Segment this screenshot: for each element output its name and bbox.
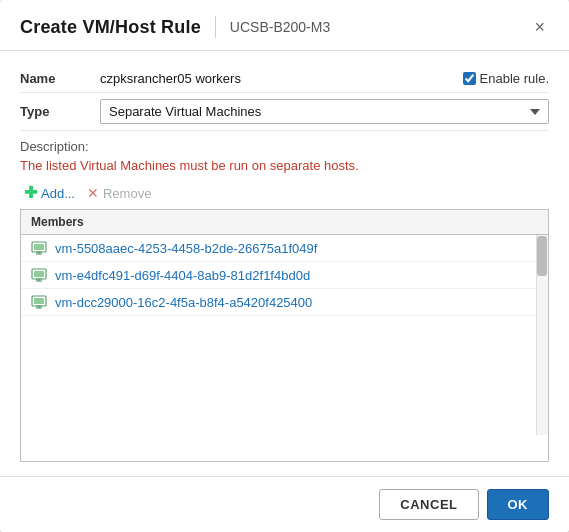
dialog-subtitle: UCSB-B200-M3 bbox=[230, 19, 330, 35]
name-row: Name czpksrancher05 workers Enable rule. bbox=[20, 65, 549, 93]
vm-icon bbox=[31, 267, 47, 283]
members-list[interactable]: vm-5508aaec-4253-4458-b2de-26675a1f049f … bbox=[21, 235, 548, 435]
svg-rect-1 bbox=[34, 244, 44, 250]
enable-rule-checkbox[interactable] bbox=[463, 72, 476, 85]
description-text: The listed Virtual Machines must be run … bbox=[20, 158, 549, 173]
name-value: czpksrancher05 workers bbox=[100, 71, 453, 86]
type-row: Type Separate Virtual Machines Keep Virt… bbox=[20, 93, 549, 131]
ok-button[interactable]: OK bbox=[487, 489, 550, 520]
members-table: Members vm-5508aaec-4253-4458-b2de-26675… bbox=[20, 209, 549, 462]
members-toolbar: ✚ Add... ✕ Remove bbox=[20, 183, 549, 203]
enable-rule-label[interactable]: Enable rule. bbox=[463, 71, 549, 86]
vm-icon bbox=[31, 240, 47, 256]
scrollbar-thumb[interactable] bbox=[537, 236, 547, 276]
dialog-footer: CANCEL OK bbox=[0, 476, 569, 532]
member-name: vm-5508aaec-4253-4458-b2de-26675a1f049f bbox=[55, 241, 317, 256]
list-item[interactable]: vm-5508aaec-4253-4458-b2de-26675a1f049f bbox=[21, 235, 548, 262]
type-label: Type bbox=[20, 104, 100, 119]
header-separator bbox=[215, 16, 216, 38]
type-select[interactable]: Separate Virtual Machines Keep Virtual M… bbox=[100, 99, 549, 124]
create-vm-host-rule-dialog: Create VM/Host Rule UCSB-B200-M3 × Name … bbox=[0, 0, 569, 532]
member-name: vm-dcc29000-16c2-4f5a-b8f4-a5420f425400 bbox=[55, 295, 312, 310]
close-button[interactable]: × bbox=[530, 16, 549, 38]
remove-icon: ✕ bbox=[87, 185, 99, 201]
cancel-button[interactable]: CANCEL bbox=[379, 489, 478, 520]
add-button[interactable]: ✚ Add... bbox=[20, 183, 79, 203]
add-icon: ✚ bbox=[24, 185, 37, 201]
name-label: Name bbox=[20, 71, 100, 86]
add-label: Add... bbox=[41, 186, 75, 201]
dialog-header: Create VM/Host Rule UCSB-B200-M3 × bbox=[0, 0, 569, 51]
vm-icon bbox=[31, 294, 47, 310]
svg-rect-11 bbox=[34, 298, 44, 304]
description-label: Description: bbox=[20, 139, 549, 154]
remove-button[interactable]: ✕ Remove bbox=[83, 183, 155, 203]
dialog-title: Create VM/Host Rule bbox=[20, 17, 201, 38]
dialog-body: Name czpksrancher05 workers Enable rule.… bbox=[0, 51, 569, 476]
list-item[interactable]: vm-dcc29000-16c2-4f5a-b8f4-a5420f425400 bbox=[21, 289, 548, 316]
remove-label: Remove bbox=[103, 186, 151, 201]
members-header: Members bbox=[21, 210, 548, 235]
enable-rule-text: Enable rule. bbox=[480, 71, 549, 86]
scrollbar-track[interactable] bbox=[536, 235, 548, 435]
list-item[interactable]: vm-e4dfc491-d69f-4404-8ab9-81d2f1f4bd0d bbox=[21, 262, 548, 289]
svg-rect-6 bbox=[34, 271, 44, 277]
member-name: vm-e4dfc491-d69f-4404-8ab9-81d2f1f4bd0d bbox=[55, 268, 310, 283]
